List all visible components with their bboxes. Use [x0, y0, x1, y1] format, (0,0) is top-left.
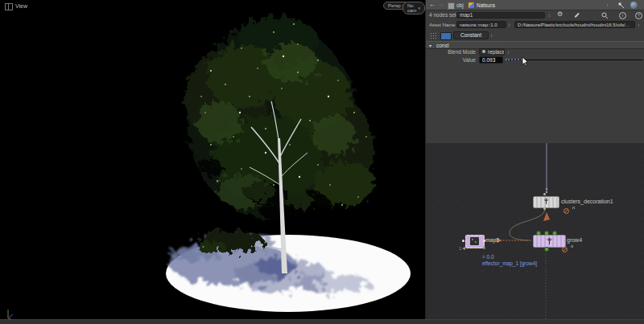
node-type-row: Constant ↕	[426, 30, 644, 41]
node-name-value: map1	[460, 12, 473, 18]
clusters-input-connector[interactable]	[543, 193, 546, 195]
asset-name-dropdown[interactable]: natsura::map::1.0	[456, 21, 506, 28]
viewport-3d[interactable]: View Persp ▾ No cam ▾	[0, 0, 425, 324]
node-color-swatch[interactable]	[440, 32, 452, 40]
name-spinner-icon[interactable]: ↕	[548, 13, 551, 18]
node-name-field[interactable]: map1	[456, 12, 545, 19]
selection-row: 4 nodes selected: map1 ↕ ⚙ i ?	[426, 10, 644, 19]
clusters-output-connector[interactable]	[543, 207, 546, 210]
map5-value-annotation: = 0.0	[482, 255, 494, 260]
pane-link-icon[interactable]	[630, 2, 638, 9]
network-grid-icon	[430, 32, 436, 39]
blend-mode-label: Blend Mode	[436, 50, 476, 55]
node-grow4[interactable]	[533, 235, 566, 248]
natsura-node-icon	[469, 2, 474, 8]
value-text: 0.093	[482, 57, 495, 63]
forward-icon[interactable]: →	[437, 2, 444, 8]
collapse-triangle-icon: ▾	[429, 43, 431, 48]
clusters-node-label[interactable]: clusters_decoration1	[561, 199, 613, 204]
map5-node-icon	[470, 237, 479, 245]
nocam-label: No cam	[407, 3, 416, 13]
asset-name-spinner-icon[interactable]: ↕	[508, 23, 510, 27]
view-pane-label: View	[15, 3, 27, 9]
parameter-pane: ← → obj Natsura ↕ 4 nodes selected: map1…	[425, 0, 644, 143]
grow-node-icon	[546, 237, 553, 245]
pane-icon	[5, 3, 13, 10]
map5-effector-annotation: effector_map_1 [grow4]	[482, 261, 537, 267]
path-toolbar: ← → obj Natsura ↕	[426, 0, 644, 10]
asset-path-spinner-icon[interactable]: ↕	[638, 23, 640, 27]
asset-name-value: natsura::map::1.0	[460, 23, 497, 27]
persp-label: Persp	[388, 3, 401, 8]
obj-icon	[448, 2, 455, 10]
map5-input-badge: 1	[459, 247, 461, 252]
asset-path-value: D:/Natsura/Plastic/src/tools/houdini/hou…	[518, 23, 632, 27]
decoration-node-icon	[543, 198, 550, 205]
grow4-bypass-flag-icon[interactable]	[562, 247, 568, 252]
asset-path-field[interactable]: D:/Natsura/Plastic/src/tools/houdini/hou…	[514, 21, 635, 28]
houdini-window: { "colors": { "panel_bg": "#3c3c3c", "to…	[0, 0, 644, 324]
path-spinner-icon[interactable]: ↕	[606, 2, 609, 7]
grow4-output-connector[interactable]	[544, 247, 549, 252]
edit-pen-icon[interactable]	[574, 13, 579, 18]
node-map5[interactable]	[465, 235, 485, 248]
network-wires	[426, 143, 644, 319]
blend-mode-value: replace	[488, 49, 505, 55]
value-slider-ladder	[506, 59, 522, 60]
network-editor[interactable]: clusters_decoration1 1 map5 = 0.0 effect…	[425, 143, 644, 319]
no-cam-button[interactable]: No cam ▾	[402, 2, 425, 14]
viewport-scene	[0, 0, 425, 324]
value-label: Value	[436, 58, 476, 64]
const-section-label: const	[436, 43, 449, 49]
map5-node-label[interactable]: map5	[485, 237, 500, 243]
pin-icon[interactable]	[617, 2, 625, 9]
value-input[interactable]: 0.093	[479, 56, 503, 64]
asset-row: Asset Name and Path natsura::map::1.0 ↕ …	[426, 19, 644, 30]
clusters-bypass-flag-icon[interactable]	[564, 208, 569, 214]
blend-mode-dropdown[interactable]: replace	[479, 48, 505, 55]
node-type-spinner-icon[interactable]: ↕	[490, 33, 493, 38]
blend-blob-icon	[482, 50, 485, 53]
chevron-down-icon: ▾	[418, 6, 420, 10]
info-icon[interactable]: i	[619, 12, 626, 19]
magnifier-icon[interactable]	[601, 12, 609, 19]
node-type-dropdown[interactable]: Constant	[453, 31, 489, 39]
map5-input-connector[interactable]	[462, 240, 464, 242]
gear-icon[interactable]: ⚙	[557, 11, 563, 18]
blend-mode-spinner-icon[interactable]: ↕	[507, 50, 510, 55]
mouse-cursor	[522, 57, 529, 67]
help-icon[interactable]: ?	[635, 12, 642, 19]
const-section-header[interactable]: ▾ const	[426, 41, 644, 49]
path-item-natsura[interactable]: Natsura	[477, 3, 495, 9]
node-clusters-decoration1[interactable]	[533, 196, 559, 208]
bottom-divider-strip	[0, 319, 644, 324]
back-icon[interactable]: ←	[429, 2, 436, 8]
path-item-obj[interactable]: obj	[456, 3, 464, 9]
grow4-node-label[interactable]: grow4	[567, 237, 582, 243]
node-type-value: Constant	[460, 32, 481, 38]
